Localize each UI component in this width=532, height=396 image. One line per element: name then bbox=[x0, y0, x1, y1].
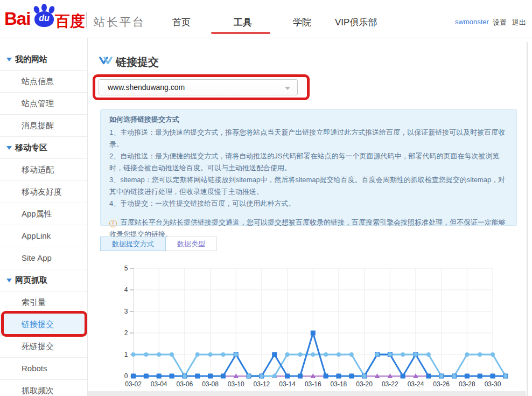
submission-help-box: 如何选择链接提交方式 1、主动推送：最为快速的提交方式，推荐您将站点当天新产出链… bbox=[100, 109, 517, 226]
sidebar-item[interactable]: 移动适配 bbox=[0, 159, 87, 181]
submission-trend-chart: 01234503-0203-0403-0603-0803-1003-1203-1… bbox=[97, 262, 528, 394]
svg-text:2: 2 bbox=[124, 329, 128, 337]
scrollbar-track[interactable] bbox=[527, 42, 528, 396]
site-selector-value: www.shenduwang.com bbox=[108, 83, 185, 92]
line-chart-svg: 01234503-0203-0403-0603-0803-1003-1203-1… bbox=[97, 262, 528, 394]
svg-text:03-10: 03-10 bbox=[228, 380, 244, 388]
triangle-down-icon bbox=[6, 58, 12, 61]
sidebar-item[interactable]: App属性 bbox=[0, 203, 87, 225]
logout-link[interactable]: 退出 bbox=[512, 18, 526, 27]
baidu-logo-du: du bbox=[32, 13, 56, 23]
nav-item-tools[interactable]: 工具 bbox=[234, 16, 252, 29]
help-box-item: 3、sitemap：您可以定期将网站链接放到sitemap中，然后将sitema… bbox=[109, 174, 508, 198]
nav-item-academy[interactable]: 学院 bbox=[293, 16, 311, 29]
site-selector-dropdown[interactable]: www.shenduwang.com bbox=[99, 79, 298, 95]
sidebar-item[interactable]: 站点信息 bbox=[0, 71, 87, 93]
svg-text:03-30: 03-30 bbox=[485, 380, 501, 388]
svg-text:03-20: 03-20 bbox=[356, 380, 373, 388]
link-submit-title-icon bbox=[99, 56, 113, 66]
baidu-logo-cn: 百度 bbox=[55, 11, 85, 32]
svg-text:03-12: 03-12 bbox=[254, 380, 270, 388]
svg-text:1: 1 bbox=[124, 351, 128, 358]
sidebar-section-header: 网页抓取 bbox=[0, 269, 87, 291]
logo-divider bbox=[86, 12, 87, 27]
nav-item-home[interactable]: 首页 bbox=[172, 16, 191, 29]
page-bottom-edge bbox=[88, 391, 526, 396]
sidebar-item[interactable]: 站点管理 bbox=[0, 93, 87, 115]
svg-text:03-08: 03-08 bbox=[202, 380, 219, 388]
svg-text:03-28: 03-28 bbox=[459, 380, 475, 388]
svg-text:03-26: 03-26 bbox=[433, 380, 450, 388]
sidebar-item[interactable]: 索引量 bbox=[0, 291, 87, 314]
svg-text:5: 5 bbox=[124, 265, 128, 272]
username-link[interactable]: swmonster bbox=[455, 18, 489, 26]
baidu-paw-logo-icon: du bbox=[32, 4, 56, 28]
help-box-item: 1、主动推送：最为快速的提交方式，推荐您将站点当天新产出链接立即通过此方式推送给… bbox=[109, 127, 508, 150]
sidebar-section-header: 移动专区 bbox=[0, 137, 87, 159]
triangle-down-icon bbox=[6, 146, 12, 150]
notice-text: 百度站长平台为站长提供链接提交通道，您可以提交想被百度收录的链接，百度搜索引擎会… bbox=[109, 218, 506, 238]
nav-item-vip-club[interactable]: VIP俱乐部 bbox=[335, 16, 377, 29]
baidu-webmaster-page: Bai du 百度 站长平台 首页 工具 学院 VIP俱乐部 swmonster… bbox=[0, 0, 532, 396]
svg-text:03-22: 03-22 bbox=[382, 380, 398, 388]
sidebar-item[interactable]: AppLink bbox=[0, 225, 87, 247]
svg-text:03-24: 03-24 bbox=[408, 380, 424, 388]
help-box-item: 2、自动推送：最为便捷的提交方式，请将自动推送的JS代码部署在站点的每一个页面源… bbox=[109, 150, 508, 174]
sidebar-item-link-submit-active[interactable]: 链接提交 bbox=[0, 314, 87, 336]
sidebar-item[interactable]: Robots bbox=[0, 358, 87, 380]
sidebar-item[interactable]: 抓取频次 bbox=[0, 380, 87, 396]
chevron-down-icon bbox=[285, 87, 290, 90]
chart-tabs: 数据提交方式 数据类型 bbox=[100, 237, 217, 251]
svg-text:3: 3 bbox=[124, 308, 128, 315]
svg-text:0: 0 bbox=[124, 372, 128, 380]
top-header: Bai du 百度 站长平台 首页 工具 学院 VIP俱乐部 swmonster… bbox=[0, 0, 532, 38]
sidebar-item[interactable]: 死链提交 bbox=[0, 336, 87, 358]
product-name: 站长平台 bbox=[94, 15, 145, 30]
sidebar-item[interactable]: Site App bbox=[0, 247, 87, 269]
svg-text:03-04: 03-04 bbox=[151, 380, 167, 388]
triangle-down-icon bbox=[6, 279, 12, 282]
svg-text:03-06: 03-06 bbox=[177, 380, 193, 388]
svg-text:03-16: 03-16 bbox=[305, 380, 321, 388]
help-box-items: 1、主动推送：最为快速的提交方式，推荐您将站点当天新产出链接立即通过此方式推送给… bbox=[109, 127, 508, 210]
svg-text:03-14: 03-14 bbox=[279, 380, 296, 388]
warning-icon: ! bbox=[109, 220, 117, 227]
page-title: 链接提交 bbox=[116, 55, 159, 70]
sidebar: 我的网站站点信息站点管理消息提醒移动专区移动适配移动友好度App属性AppLin… bbox=[0, 38, 88, 396]
help-box-title: 如何选择链接提交方式 bbox=[109, 114, 508, 126]
sidebar-section-header: 我的网站 bbox=[0, 48, 87, 71]
paw-toe-icon bbox=[41, 4, 47, 11]
tab-data-submit-method[interactable]: 数据提交方式 bbox=[100, 237, 166, 251]
svg-text:4: 4 bbox=[124, 286, 128, 294]
sidebar-item[interactable]: 消息提醒 bbox=[0, 115, 87, 137]
settings-link[interactable]: 设置 bbox=[493, 18, 507, 27]
tab-data-type[interactable]: 数据类型 bbox=[166, 237, 217, 251]
help-box-item: 4、手动提交：一次性提交链接给百度，可以使用此种方式。 bbox=[109, 198, 508, 210]
active-nav-underline bbox=[211, 32, 270, 34]
svg-text:03-18: 03-18 bbox=[331, 380, 347, 388]
sidebar-item[interactable]: 移动友好度 bbox=[0, 181, 87, 203]
svg-text:03-02: 03-02 bbox=[125, 380, 142, 388]
baidu-logo-bai: Bai bbox=[4, 9, 30, 29]
